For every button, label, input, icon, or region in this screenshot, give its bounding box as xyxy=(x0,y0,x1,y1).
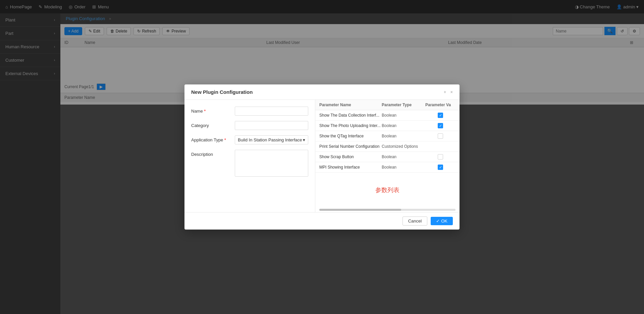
ok-button[interactable]: ✓ OK xyxy=(431,217,453,225)
scrollbar-thumb[interactable] xyxy=(319,209,401,211)
scrollbar-area xyxy=(315,207,460,212)
dialog-close-icon[interactable]: × xyxy=(450,89,453,95)
cancel-button[interactable]: Cancel xyxy=(402,216,427,226)
dialog-title: New Plugin Configuration xyxy=(191,89,253,95)
param-name: Show The Photo Uploading Inter... xyxy=(319,123,382,128)
param-value xyxy=(425,123,455,128)
name-label: Name * xyxy=(191,107,235,114)
application-type-label: Application Type * xyxy=(191,135,235,142)
param-table-row: MPI Showing Interface Boolean xyxy=(315,162,460,173)
param-table-row: Show Scrap Button Boolean xyxy=(315,152,460,162)
param-table-row: Show The Photo Uploading Inter... Boolea… xyxy=(315,121,460,131)
dialog-header: New Plugin Configuration + × xyxy=(184,84,460,100)
param-type: Boolean xyxy=(382,113,425,118)
form-row-application-type: Application Type * Build In Station Pass… xyxy=(191,135,308,144)
form-row-name: Name * xyxy=(191,107,308,116)
param-panel: Parameter Name Parameter Type Parameter … xyxy=(315,100,460,212)
param-table-row: Print Serial Number Configuration Custom… xyxy=(315,141,460,152)
dialog-new-plugin-configuration: New Plugin Configuration + × Name * xyxy=(184,84,460,230)
param-type: Boolean xyxy=(382,165,425,170)
dialog-footer: Cancel ✓ OK xyxy=(184,212,460,230)
required-indicator: * xyxy=(204,109,206,114)
param-type: Boolean xyxy=(382,123,425,128)
checkbox-checked[interactable] xyxy=(438,165,443,170)
param-name: Show Scrap Button xyxy=(319,154,382,159)
param-name: Show the QTag Interface xyxy=(319,134,382,138)
description-textarea[interactable] xyxy=(235,150,308,177)
checkbox-unchecked[interactable] xyxy=(438,154,443,160)
application-type-select[interactable]: Build In Station Passing Interface ▾ xyxy=(235,135,308,144)
checkbox-checked[interactable] xyxy=(438,113,443,118)
scrollbar-track[interactable] xyxy=(319,209,455,211)
param-type: Boolean xyxy=(382,154,425,159)
form-row-category: Category xyxy=(191,121,308,130)
param-value xyxy=(425,133,455,139)
param-type: Customized Options xyxy=(382,144,425,149)
param-name: MPI Showing Interface xyxy=(319,165,382,170)
category-input[interactable] xyxy=(235,121,308,130)
checkbox-unchecked[interactable] xyxy=(438,133,443,139)
form-row-description: Description xyxy=(191,150,308,177)
param-value xyxy=(425,154,455,160)
param-table-row: Show The Data Collection Interf... Boole… xyxy=(315,110,460,121)
param-value xyxy=(425,113,455,118)
dialog-expand-icon[interactable]: + xyxy=(444,89,446,95)
description-label: Description xyxy=(191,150,235,157)
param-table-header: Parameter Name Parameter Type Parameter … xyxy=(315,100,460,110)
param-name: Print Serial Number Configuration xyxy=(319,144,382,149)
checkmark-icon: ✓ xyxy=(436,218,440,224)
required-indicator-2: * xyxy=(224,137,226,142)
no-checkbox xyxy=(438,144,443,149)
checkbox-checked[interactable] xyxy=(438,123,443,128)
dialog-body: Name * Category Application Type * xyxy=(184,100,460,212)
param-value xyxy=(425,165,455,170)
form-panel: Name * Category Application Type * xyxy=(184,100,315,212)
dialog-header-icons: + × xyxy=(444,89,453,95)
category-label: Category xyxy=(191,121,235,128)
modal-overlay: New Plugin Configuration + × Name * xyxy=(0,0,644,314)
param-name: Show The Data Collection Interf... xyxy=(319,113,382,118)
param-value xyxy=(425,144,455,149)
chevron-down-icon: ▾ xyxy=(303,137,305,142)
param-table-body: Show The Data Collection Interf... Boole… xyxy=(315,110,460,173)
name-input[interactable] xyxy=(235,107,308,116)
param-type: Boolean xyxy=(382,134,425,138)
param-table-row: Show the QTag Interface Boolean xyxy=(315,131,460,141)
param-watermark: 参数列表 xyxy=(315,173,460,207)
